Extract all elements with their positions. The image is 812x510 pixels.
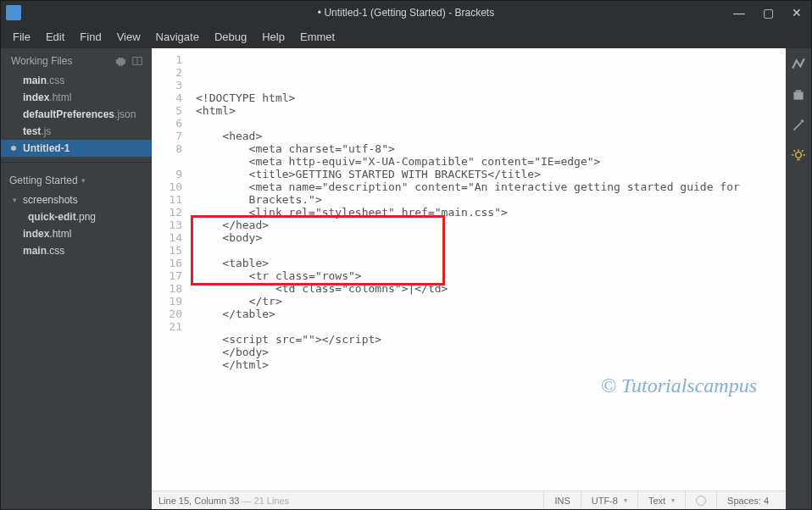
sidebar: Working Files main.cssindex.htmldefaultP…: [1, 48, 152, 509]
svg-rect-2: [793, 92, 803, 100]
menu-file[interactable]: File: [6, 27, 37, 47]
menu-find[interactable]: Find: [73, 27, 108, 47]
menu-view[interactable]: View: [110, 27, 147, 47]
code-content[interactable]: <!DOCTYPE html><html> <head> <meta chars…: [191, 48, 786, 491]
status-ins[interactable]: INS: [543, 491, 580, 509]
editor[interactable]: 123456789101112131415161718192021 <!DOCT…: [152, 48, 786, 491]
disclosure-icon: ▾: [13, 196, 21, 204]
split-view-icon[interactable]: [131, 55, 143, 67]
main-area: Working Files main.cssindex.htmldefaultP…: [1, 48, 811, 509]
menu-edit[interactable]: Edit: [39, 27, 71, 47]
gear-icon[interactable]: [114, 55, 126, 67]
menubar: File Edit Find View Navigate Debug Help …: [1, 25, 811, 48]
working-file-item[interactable]: Untitled-1: [1, 140, 152, 157]
right-toolbar: [786, 48, 811, 509]
working-file-item[interactable]: test.js: [1, 123, 152, 140]
menu-debug[interactable]: Debug: [208, 27, 253, 47]
working-file-item[interactable]: defaultPreferences.json: [1, 106, 152, 123]
status-spaces[interactable]: Spaces: 4: [716, 491, 779, 509]
tree-folder[interactable]: ▾screenshots: [1, 191, 152, 208]
menu-navigate[interactable]: Navigate: [149, 27, 206, 47]
titlebar: • Untitled-1 (Getting Started) - Bracket…: [1, 1, 811, 25]
minimize-button[interactable]: —: [725, 1, 754, 25]
extensions-icon[interactable]: [791, 87, 806, 103]
working-files-header: Working Files: [1, 48, 152, 72]
status-filetype[interactable]: Text▾: [637, 491, 685, 509]
tree-file[interactable]: main.css: [1, 242, 152, 259]
circle-icon: [696, 496, 706, 506]
dirty-dot-icon: [11, 146, 16, 151]
close-button[interactable]: ✕: [782, 1, 811, 25]
maximize-button[interactable]: ▢: [754, 1, 782, 25]
working-file-item[interactable]: main.css: [1, 72, 152, 89]
working-file-item[interactable]: index.html: [1, 89, 152, 106]
status-cursor[interactable]: Line 15, Column 33 — 21 Lines: [159, 496, 543, 506]
statusbar: Line 15, Column 33 — 21 Lines INS UTF-8▾…: [152, 491, 786, 509]
wand-icon[interactable]: [791, 118, 806, 133]
svg-line-11: [793, 150, 795, 152]
line-number-gutter: 123456789101112131415161718192021: [152, 48, 191, 491]
svg-rect-3: [796, 90, 802, 91]
sidebar-divider: [1, 162, 152, 163]
tree-file[interactable]: index.html: [1, 225, 152, 242]
project-header[interactable]: Getting Started ▾: [1, 168, 152, 191]
working-files-label: Working Files: [11, 55, 109, 67]
working-files-list: main.cssindex.htmldefaultPreferences.jso…: [1, 72, 152, 157]
watermark: © Tutorialscampus: [601, 374, 757, 397]
editor-area: 123456789101112131415161718192021 <!DOCT…: [152, 48, 786, 509]
status-encoding[interactable]: UTF-8▾: [581, 491, 637, 509]
svg-point-7: [796, 152, 802, 158]
project-name: Getting Started: [9, 175, 78, 186]
svg-line-12: [802, 150, 804, 152]
window-title: • Untitled-1 (Getting Started) - Bracket…: [318, 7, 494, 19]
app-window: • Untitled-1 (Getting Started) - Bracket…: [0, 0, 812, 510]
menu-help[interactable]: Help: [255, 27, 292, 47]
bulb-icon[interactable]: [791, 148, 806, 164]
project-tree: ▾screenshotsquick-edit.pngindex.htmlmain…: [1, 191, 152, 259]
status-lint[interactable]: [685, 491, 716, 509]
tree-file[interactable]: quick-edit.png: [1, 208, 152, 225]
app-icon: [6, 5, 21, 20]
menu-emmet[interactable]: Emmet: [293, 27, 342, 47]
live-preview-icon[interactable]: [791, 57, 806, 72]
chevron-down-icon: ▾: [81, 176, 86, 185]
window-controls: — ▢ ✕: [725, 1, 811, 25]
svg-line-4: [793, 123, 801, 130]
